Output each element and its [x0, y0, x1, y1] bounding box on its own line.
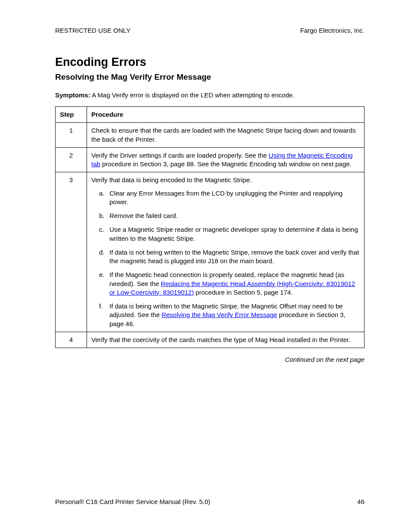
sub-step-text: If data is being written to the Magnetic… [109, 302, 346, 327]
sub-step-letter: a. [99, 189, 105, 198]
footer-left: Persona® C16 Card Printer Service Manual… [55, 498, 210, 505]
step-text: Verify that the coercivity of the cards … [87, 332, 364, 348]
col-procedure: Procedure [87, 107, 364, 123]
symptoms-text: A Mag Verify error is displayed on the L… [90, 91, 295, 99]
table-row: 3 Verify that data is being encoded to t… [56, 172, 364, 332]
page-title: Encoding Errors [55, 56, 364, 69]
step-number: 1 [56, 123, 87, 148]
link-resolving-mag-verify[interactable]: Resolving the Mag Verify Error Message [162, 311, 277, 318]
sub-step-text: Remove the failed card. [109, 212, 177, 219]
sub-step-text: Clear any Error Messages from the LCD by… [109, 190, 342, 205]
sub-step-letter: c. [99, 225, 104, 234]
symptoms-label: Symptoms: [55, 91, 90, 99]
sub-step: b. Remove the failed card. [101, 212, 360, 220]
header-right: Fargo Electronics, Inc. [300, 27, 364, 34]
text-post: procedure in Section 5, page 174. [194, 289, 293, 296]
sub-steps: a. Clear any Error Messages from the LCD… [91, 189, 360, 328]
step-text: Check to ensure that the cards are loade… [87, 123, 364, 148]
sub-step: a. Clear any Error Messages from the LCD… [101, 189, 360, 207]
footer-page-number: 46 [357, 498, 364, 505]
step-number: 3 [56, 172, 87, 332]
symptoms-line: Symptoms: A Mag Verify error is displaye… [55, 91, 364, 99]
page: RESTRICTED USE ONLY Fargo Electronics, I… [0, 0, 411, 532]
sub-step: c. Use a Magnetic Stripe reader or magne… [101, 225, 360, 243]
step-number: 4 [56, 332, 87, 348]
sub-step-letter: b. [99, 212, 105, 220]
table-row: 1 Check to ensure that the cards are loa… [56, 123, 364, 148]
header-left: RESTRICTED USE ONLY [55, 27, 131, 34]
step-text: Verify that data is being encoded to the… [87, 172, 364, 332]
sub-step-letter: d. [99, 248, 105, 257]
text-post: procedure in Section 3, page 88. See the… [100, 160, 352, 168]
page-footer: Persona® C16 Card Printer Service Manual… [55, 498, 364, 505]
sub-step-text: If data is not being written to the Magn… [109, 249, 359, 264]
table-header-row: Step Procedure [56, 107, 364, 123]
procedure-table: Step Procedure 1 Check to ensure that th… [55, 106, 364, 348]
step-text: Verify the Driver settings if cards are … [87, 147, 364, 172]
table-row: 4 Verify that the coercivity of the card… [56, 332, 364, 348]
continued-note: Continued on the next page [55, 356, 364, 363]
sub-step: f. If data is being written to the Magne… [101, 302, 360, 328]
step-intro: Verify that data is being encoded to the… [91, 176, 360, 184]
sub-step-text: Use a Magnetic Stripe reader or magnetic… [109, 226, 358, 242]
step-number: 2 [56, 147, 87, 172]
sub-step: e. If the Magnetic head connection is pr… [101, 271, 360, 297]
page-header: RESTRICTED USE ONLY Fargo Electronics, I… [55, 27, 364, 34]
page-subtitle: Resolving the Mag Verify Error Message [55, 72, 364, 82]
sub-step: d. If data is not being written to the M… [101, 248, 360, 266]
sub-step-letter: f. [99, 302, 103, 311]
table-row: 2 Verify the Driver settings if cards ar… [56, 147, 364, 172]
text-pre: Verify the Driver settings if cards are … [91, 152, 269, 159]
sub-step-letter: e. [99, 271, 105, 279]
sub-step-text: If the Magnetic head connection is prope… [109, 271, 355, 296]
col-step: Step [56, 107, 87, 123]
